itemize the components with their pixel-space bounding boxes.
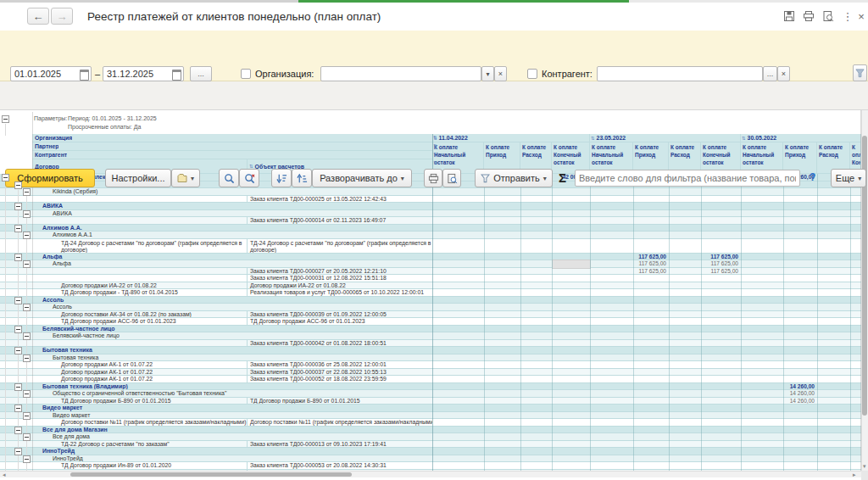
group-cell[interactable]: Белявский-частное лицо [32, 332, 432, 339]
object-cell[interactable]: Заказ клиента ТД00-000025 от 13.05.2022 … [247, 196, 432, 203]
object-cell[interactable]: Заказ клиента ТД00-000042 от 01.08.2022 … [247, 340, 432, 347]
object-cell[interactable]: ТД Договор продажи АСС-96 от 01.01.2023 [247, 318, 432, 325]
amount-cell[interactable]: 117 625,00 [701, 260, 741, 267]
group-cell[interactable]: Бытовая техника [32, 347, 432, 354]
object-cell[interactable]: Заказ клиента ТД00-000036 от 25.08.2022 … [247, 361, 432, 368]
column-header-1[interactable]: Организация [32, 134, 432, 142]
object-cell[interactable]: Заказ клиента ТД00-000027 от 20.05.2022 … [247, 268, 432, 275]
report-row[interactable]: Все для дома [0, 433, 861, 441]
object-cell[interactable]: Заказ клиента ТД00-000039 от 01.09.2022 … [247, 311, 432, 318]
report-row[interactable]: Заказ клиента ТД00-000014 от 02.11.2023 … [0, 217, 861, 225]
period-more-button[interactable]: ... [190, 66, 212, 81]
scroll-right-arrow[interactable]: ▸ [853, 472, 856, 477]
find-button[interactable] [219, 169, 239, 187]
amount-cell[interactable]: 117 625,00 [633, 268, 669, 275]
report-row[interactable]: ТД Договор продажи - ТД-890 от 01.04.201… [0, 289, 861, 297]
expand-toggle[interactable] [23, 232, 31, 239]
org-input[interactable] [320, 66, 481, 81]
contract-cell[interactable]: Договор продажи АК-1 от 01.07.22 [32, 376, 247, 382]
nav-back-button[interactable]: ← [27, 8, 49, 25]
expand-toggle[interactable] [23, 260, 31, 268]
period-header[interactable]: ⇅11.04.2022 [432, 134, 590, 142]
params-expand-toggle[interactable] [2, 115, 9, 123]
expand-toggle[interactable] [23, 332, 31, 340]
report-row[interactable]: Договор продажи АК-1 от 01.07.22Заказ кл… [0, 361, 861, 369]
report-row[interactable]: АВИКА [0, 210, 861, 218]
amount-cell[interactable]: 117 625,00 [701, 268, 741, 275]
amount-cell[interactable]: 14 260,00 [783, 390, 817, 397]
expand-toggle[interactable] [23, 304, 31, 311]
contract-cell[interactable]: Договор продажи АК-1 от 01.07.22 [32, 361, 247, 368]
object-cell[interactable]: Договор поставки №11 (график определяетс… [247, 419, 432, 426]
report-row[interactable]: Белявский-частное лицо [0, 326, 861, 333]
scroll-down-arrow[interactable]: ▾ [863, 463, 866, 469]
report-row[interactable]: Заказ клиента ТД00-000027 от 20.05.2022 … [0, 268, 861, 276]
report-row[interactable]: ТД Договор продажи Б-890 от 01.01.2015ТД… [0, 398, 861, 405]
amount-cell[interactable]: 117 625,00 [633, 254, 669, 260]
collapse-levels-button[interactable] [271, 169, 292, 187]
group-cell[interactable]: Kikinda (Сербия) [32, 188, 432, 195]
expand-toggle[interactable] [14, 405, 22, 412]
settings-button[interactable]: Настройки... [105, 169, 171, 187]
expand-toggle[interactable] [23, 390, 31, 398]
report-row[interactable]: Алхимов А.А.1 [0, 232, 861, 239]
selected-cell[interactable] [553, 260, 590, 268]
object-cell[interactable]: Заказ клиента ТД00-000031 от 12.08.2022 … [247, 275, 432, 282]
report-row[interactable]: ТД Договор продажи АСС-96 от 01.01.2023Т… [0, 318, 861, 326]
expand-toggle[interactable] [23, 210, 31, 218]
expand-toggle[interactable] [23, 188, 31, 196]
report-row[interactable]: Заказ клиента ТД00-000025 от 13.05.2022 … [0, 196, 861, 204]
sort-icon[interactable]: ⇅ [742, 136, 746, 141]
report-row[interactable]: Ассоль [0, 297, 861, 304]
report-variants-button[interactable]: ▾ [171, 169, 200, 187]
expand-toggle[interactable] [14, 347, 22, 354]
amount-cell[interactable]: 14 260,00 [783, 398, 817, 405]
sort-icon[interactable]: ⇅ [591, 136, 595, 141]
report-row[interactable]: Общество с ограниченной ответственностью… [0, 390, 861, 398]
save-button[interactable] [782, 8, 797, 24]
filter-settings-button[interactable] [853, 64, 867, 81]
report-row[interactable]: Заказ клиента ТД00-000042 от 01.08.2022 … [0, 340, 861, 348]
sort-icon[interactable]: ⇅ [433, 135, 437, 140]
group-cell[interactable]: АВИКА [32, 203, 432, 209]
group-cell[interactable]: Бытовая техника [32, 354, 432, 361]
report-row[interactable]: ТД Договор продажи Ин-89 от 01.01.2020За… [0, 462, 861, 470]
object-cell[interactable]: Реализация товаров и услуг ТД00-000065 о… [247, 289, 432, 296]
close-button[interactable]: × [854, 8, 868, 24]
org-checkbox[interactable] [241, 69, 251, 79]
amount-cell[interactable]: 117 625,00 [633, 260, 669, 267]
expand-toggle[interactable] [14, 297, 22, 304]
report-row[interactable]: Заказ клиента ТД00-000031 от 12.08.2022 … [0, 275, 861, 282]
object-cell[interactable]: ТД-24 Договор с расчетами "по договорам"… [247, 239, 432, 253]
group-cell[interactable]: Алхимов А.А. [32, 225, 432, 232]
group-cell[interactable]: ИнноТрейд [32, 455, 432, 462]
expand-toggle[interactable] [23, 354, 31, 362]
group-cell[interactable]: Ассоль [32, 297, 432, 304]
counterparty-clear-button[interactable]: × [777, 66, 790, 81]
report-row[interactable]: ТД-24 Договор с расчетами "по договорам"… [0, 239, 861, 254]
object-cell[interactable]: Заказ клиента ТД00-000037 от 22.08.2022 … [247, 369, 432, 376]
report-row[interactable]: Договор продажи АК-1 от 01.07.22Заказ кл… [0, 376, 861, 383]
help-link[interactable]: ? [810, 171, 815, 183]
report-row[interactable]: Бытовая техника [0, 354, 861, 362]
report-row[interactable]: Белявский-частное лицо [0, 332, 861, 340]
object-cell[interactable]: Заказ клиента ТД00-000013 от 09.10.2023 … [247, 441, 432, 448]
report-row[interactable]: ИнноТрейд [0, 455, 861, 463]
preview-toolbar-button[interactable] [442, 169, 461, 187]
amount-cell[interactable]: 14 260,00 [783, 383, 817, 390]
report-row[interactable]: Договор поставки №11 (график определяетс… [0, 419, 861, 427]
expand-toggle[interactable] [23, 433, 31, 441]
contract-cell[interactable]: ТД Договор продажи Ин-89 от 01.01.2020 [32, 462, 247, 469]
group-cell[interactable]: Все для дома [32, 433, 432, 440]
calendar-icon[interactable] [80, 70, 89, 81]
preview-button[interactable] [821, 8, 836, 24]
group-cell[interactable]: Видео маркет [32, 405, 432, 411]
object-cell[interactable]: Заказ клиента ТД00-000014 от 02.11.2023 … [247, 217, 432, 224]
org-clear-button[interactable]: × [494, 66, 507, 81]
group-cell[interactable]: Общество с ограниченной ответственностью… [32, 390, 432, 397]
group-cell[interactable]: Все для дома Магазин [32, 427, 432, 433]
expand-toggle[interactable] [14, 326, 22, 333]
expand-toggle[interactable] [14, 203, 22, 210]
expand-toggle[interactable] [14, 225, 22, 232]
horizontal-scrollbar-thumb[interactable] [70, 472, 352, 477]
